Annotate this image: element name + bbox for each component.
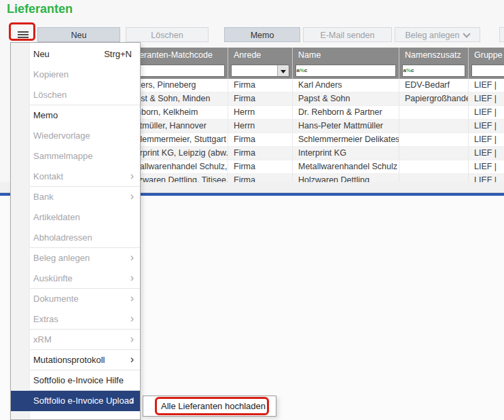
contains-filter-icon: a%c [403, 65, 414, 76]
menu-item[interactable]: xRM [11, 330, 140, 350]
cell-namenszusatz [399, 160, 468, 174]
menu-item[interactable]: Bank [11, 187, 140, 207]
cell-name: Papst & Sohn [292, 92, 399, 106]
toolbar-button-label: Neu [71, 31, 87, 40]
menu-item[interactable]: Artikeldaten [11, 207, 140, 228]
menu-item[interactable]: Softfolio e-Invoice Hilfe [11, 370, 140, 391]
menu-item-label: Auskünfte [33, 273, 73, 283]
cell-gruppe: LIEF | [468, 133, 504, 147]
hamburger-icon [18, 37, 29, 38]
menu-item-label: Kopieren [33, 69, 69, 80]
cell-gruppe: LIEF | [468, 106, 504, 120]
context-menu: Neu Strg+N Kopieren Löschen Memo Wiederv… [10, 42, 141, 420]
submenu-arrow-icon [130, 329, 134, 349]
filter-input-gruppe[interactable] [472, 65, 504, 76]
menu-item-label: Neu [33, 49, 50, 59]
submenu: Alle Lieferanten hochladen [143, 396, 276, 417]
menu-item[interactable]: Kontakt [11, 167, 140, 187]
submenu-arrow-icon [130, 186, 134, 207]
hamburger-icon [18, 31, 29, 33]
cell-name: Hans-Peter Mattmüller [292, 120, 399, 133]
toolbar-button-label: Beleg anlegen [406, 31, 460, 40]
toolbar-button[interactable]: E-Mail senden [303, 27, 392, 42]
cell-name: Holzwaren Dettling [292, 174, 399, 182]
column-header-anrede[interactable]: Anrede [228, 48, 292, 63]
filter-input-name[interactable] [308, 65, 395, 76]
menu-item-label: Memo [33, 110, 58, 120]
menu-item[interactable]: Beleg anlegen [11, 248, 140, 268]
menu-item[interactable]: Kopieren [11, 65, 140, 85]
cell-namenszusatz [399, 120, 468, 133]
cell-name: Interprint KG [292, 147, 399, 160]
toolbar-button[interactable] [499, 27, 504, 42]
toolbar-button-label: Memo [251, 31, 274, 40]
column-header-namenszusatz[interactable]: Namenszusatz [399, 48, 468, 63]
cell-name: Karl Anders [292, 79, 399, 92]
filter-input-namenszusatz[interactable] [414, 65, 465, 76]
cell-namenszusatz [399, 133, 468, 147]
submenu-arrow-icon [130, 288, 134, 309]
menu-item[interactable]: Extras [11, 309, 140, 330]
cell-gruppe: LIEF | [468, 79, 504, 92]
submenu-arrow-icon [130, 349, 134, 370]
menu-item-label: Sammelmappe [33, 151, 92, 161]
menu-item[interactable]: Softfolio e-Invoice Upload [11, 391, 140, 411]
submenu-arrow-icon [130, 268, 134, 288]
cell-namenszusatz: Papiergroßhandel... [399, 92, 468, 106]
menu-item-label: Dokumente [33, 294, 78, 304]
hamburger-menu-button[interactable] [13, 28, 33, 41]
cell-name: Schlemmermeier Delikatesse... [292, 133, 399, 147]
page-title: Lieferanten [7, 2, 73, 16]
column-header-gruppe[interactable]: Gruppe [468, 48, 504, 63]
cell-anrede: Herrn [228, 106, 292, 120]
menu-item-label: Extras [33, 314, 58, 324]
cell-namenszusatz [399, 147, 468, 160]
menu-item[interactable]: Auskünfte [11, 268, 140, 289]
cell-anrede: Herrn [228, 120, 292, 133]
cell-namenszusatz [399, 174, 468, 182]
menu-item[interactable]: Mutationsprotokoll [11, 350, 140, 370]
menu-item[interactable]: Neu Strg+N [11, 44, 140, 65]
column-header-name[interactable]: Name [292, 48, 399, 63]
menu-item[interactable]: Dokumente [11, 289, 140, 309]
toolbar-button-label: E-Mail senden [321, 31, 375, 40]
toolbar-button[interactable]: Beleg anlegen [395, 27, 480, 42]
menu-item-label: Mutationsprotokoll [33, 355, 105, 365]
submenu-item-label: Alle Lieferanten hochladen [161, 401, 266, 411]
menu-item-label: Artikeldaten [33, 212, 80, 222]
cell-anrede: Firma [228, 174, 292, 182]
filter-dropdown-button[interactable] [277, 65, 289, 76]
menu-item-label: Softfolio e-Invoice Upload [33, 396, 134, 406]
filter-input-anrede[interactable] [232, 65, 277, 76]
toolbar-button-label: Löschen [151, 31, 183, 40]
submenu-arrow-icon [130, 390, 134, 410]
menu-item[interactable]: Löschen [11, 85, 140, 105]
cell-namenszusatz: EDV-Bedarf [399, 79, 468, 92]
contains-filter-icon: a%c [296, 65, 308, 76]
toolbar-button[interactable]: Löschen [126, 27, 209, 42]
menu-item[interactable]: Abholadressen [11, 228, 140, 248]
submenu-arrow-icon [130, 309, 134, 329]
menu-item-label: Kontakt [33, 171, 63, 181]
menu-item[interactable]: Memo [11, 105, 140, 126]
menu-item[interactable]: Sammelmappe [11, 146, 140, 167]
cell-namenszusatz [399, 106, 468, 120]
cell-gruppe: LIEF | [468, 120, 504, 133]
hamburger-icon [18, 34, 29, 35]
cell-anrede: Firma [228, 79, 292, 92]
menu-item-label: Beleg anlegen [33, 253, 90, 263]
toolbar-button[interactable]: Neu [37, 27, 120, 42]
menu-item-label: xRM [33, 334, 52, 345]
menu-item-label: Wiedervorlage [33, 130, 90, 141]
dropdown-caret-icon [463, 30, 471, 37]
menu-item[interactable]: Wiedervorlage [11, 126, 140, 146]
menu-item-label: Softfolio e-Invoice Hilfe [33, 375, 124, 385]
cell-name: Dr. Rehborn & Partner [292, 106, 399, 120]
toolbar-button[interactable]: Memo [224, 27, 300, 42]
cell-anrede: Firma [228, 92, 292, 106]
submenu-arrow-icon [130, 166, 134, 186]
submenu-item[interactable]: Alle Lieferanten hochladen [143, 396, 276, 416]
menu-items: Neu Strg+N Kopieren Löschen Memo Wiederv… [11, 44, 140, 411]
menu-item-label: Bank [33, 192, 54, 202]
cell-gruppe: LIEF | [468, 174, 504, 182]
